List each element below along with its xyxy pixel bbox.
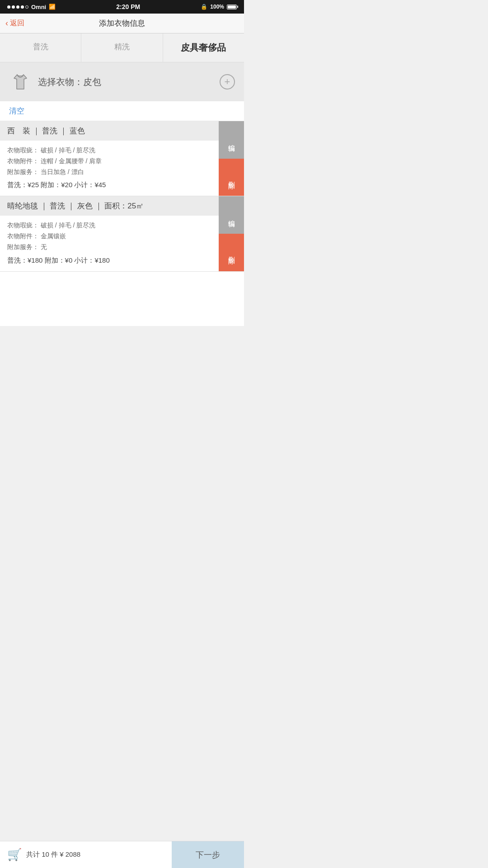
dot-4: [21, 5, 24, 9]
item-1-accessories: 衣物附件： 连帽 / 金属腰带 / 肩章: [7, 156, 211, 167]
page-title: 添加衣物信息: [99, 18, 145, 28]
list-spacer: [0, 272, 244, 326]
item-2-extra-service: 附加服务： 无: [7, 242, 211, 253]
item-1-price: 普洗：¥25 附加：¥20 小计：¥45: [7, 181, 211, 189]
clothes-select-label: 选择衣物：皮包: [38, 76, 213, 88]
back-label: 返回: [10, 19, 24, 28]
status-bar: Omni 📶 2:20 PM 🔒 100%: [0, 0, 244, 14]
tab-piju[interactable]: 皮具奢侈品: [163, 33, 244, 62]
item-1-header: 西 装 ｜ 普洗 ｜ 蓝色: [0, 121, 219, 141]
nav-bar: ‹ 返回 添加衣物信息: [0, 14, 244, 33]
wifi-icon: 📶: [49, 4, 56, 10]
status-right: 🔒 100%: [201, 4, 237, 10]
battery-pct: 100%: [210, 4, 224, 10]
tab-puxi[interactable]: 普洗: [0, 33, 81, 62]
clear-section: 清空: [0, 101, 244, 121]
item-1-edit-button[interactable]: 编辑: [219, 121, 244, 159]
item-1-flaws: 衣物瑕疵： 破损 / 掉毛 / 脏尽洗: [7, 145, 211, 156]
dot-2: [12, 5, 15, 9]
item-2-flaws: 衣物瑕疵： 破损 / 掉毛 / 脏尽洗: [7, 220, 211, 231]
item-2-edit-button[interactable]: 编辑: [219, 196, 244, 234]
clear-button[interactable]: 清空: [9, 107, 24, 115]
item-2-price: 普洗：¥180 附加：¥0 小计：¥180: [7, 256, 211, 265]
item-2-actions: 编辑 删除: [219, 196, 244, 271]
service-tabs: 普洗 精洗 皮具奢侈品: [0, 33, 244, 62]
item-1-actions: 编辑 删除: [219, 121, 244, 196]
add-clothes-button[interactable]: +: [220, 74, 235, 90]
carrier-name: Omni: [31, 4, 46, 10]
back-button[interactable]: ‹ 返回: [5, 19, 24, 28]
dot-5: [25, 5, 28, 9]
table-row: 西 装 ｜ 普洗 ｜ 蓝色 衣物瑕疵： 破损 / 掉毛 / 脏尽洗 衣物附件： …: [0, 121, 244, 196]
item-2-delete-button[interactable]: 删除: [219, 234, 244, 271]
dot-3: [16, 5, 19, 9]
item-2-header: 晴纶地毯 ｜ 普洗 ｜ 灰色 ｜ 面积：25㎡: [0, 196, 219, 216]
plus-icon: +: [225, 76, 230, 88]
item-1-extra-service: 附加服务： 当日加急 / 漂白: [7, 167, 211, 178]
dot-1: [7, 5, 10, 9]
chevron-left-icon: ‹: [5, 19, 8, 28]
signal-dots: [7, 5, 28, 9]
clothes-icon: [9, 71, 32, 93]
status-time: 2:20 PM: [116, 3, 140, 10]
item-2-accessories: 衣物附件： 金属镶嵌: [7, 231, 211, 242]
item-2-content: 晴纶地毯 ｜ 普洗 ｜ 灰色 ｜ 面积：25㎡ 衣物瑕疵： 破损 / 掉毛 / …: [0, 196, 219, 271]
tab-jingxi[interactable]: 精洗: [81, 33, 163, 62]
item-1-content: 西 装 ｜ 普洗 ｜ 蓝色 衣物瑕疵： 破损 / 掉毛 / 脏尽洗 衣物附件： …: [0, 121, 219, 196]
battery-icon: [227, 5, 237, 9]
status-left: Omni 📶: [7, 4, 56, 10]
clothes-selector: 选择衣物：皮包 +: [0, 62, 244, 101]
item-1-delete-button[interactable]: 删除: [219, 159, 244, 196]
lock-icon: 🔒: [201, 4, 207, 10]
item-list: 西 装 ｜ 普洗 ｜ 蓝色 衣物瑕疵： 破损 / 掉毛 / 脏尽洗 衣物附件： …: [0, 121, 244, 326]
table-row: 晴纶地毯 ｜ 普洗 ｜ 灰色 ｜ 面积：25㎡ 衣物瑕疵： 破损 / 掉毛 / …: [0, 196, 244, 271]
